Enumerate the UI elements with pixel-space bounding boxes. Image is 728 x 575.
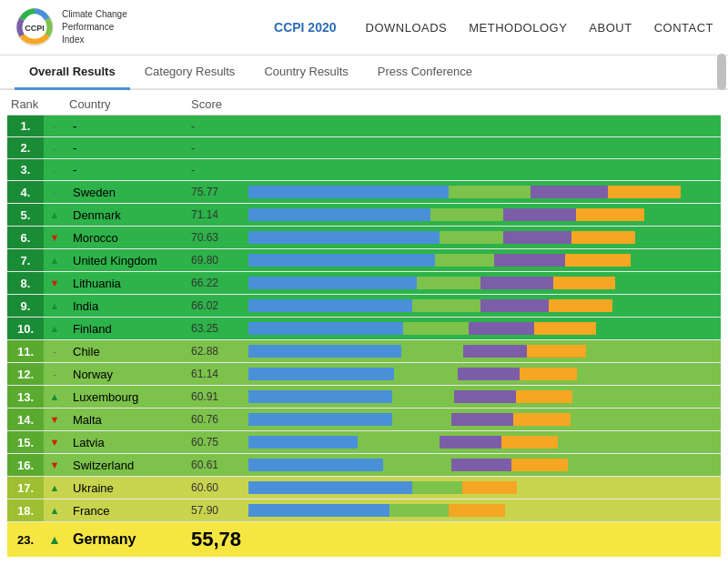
tab-category[interactable]: Category Results <box>130 55 250 90</box>
score-cell: 63.25 <box>184 318 245 340</box>
scrollbar-thumb[interactable] <box>717 54 726 90</box>
country-cell: Denmark <box>66 204 184 227</box>
table-row: 3.--- <box>7 159 721 181</box>
rank-cell: 11. <box>7 340 44 363</box>
country-cell: France <box>66 499 184 522</box>
table-row: 1.--- <box>7 116 721 137</box>
sub-nav: Overall Results Category Results Country… <box>0 55 728 90</box>
score-cell: 69.80 <box>184 249 245 272</box>
bar-cell <box>245 363 721 386</box>
arrow-cell: ▲ <box>44 295 66 318</box>
country-cell: Luxembourg <box>66 386 184 409</box>
country-cell: - <box>66 137 184 159</box>
country-cell: Switzerland <box>66 454 184 477</box>
country-cell: Chile <box>66 340 184 363</box>
bar-cell <box>245 116 721 137</box>
arrow-cell: ▼ <box>44 227 66 249</box>
rank-cell: 8. <box>7 272 44 295</box>
country-cell: Ukraine <box>66 477 184 499</box>
arrow-cell: - <box>44 181 66 204</box>
tab-country[interactable]: Country Results <box>249 55 362 90</box>
arrow-cell: ▼ <box>44 454 66 477</box>
rank-cell: 6. <box>7 227 44 249</box>
arrow-cell: - <box>44 363 66 386</box>
table-row: 15.▼Latvia60.75 <box>7 431 721 454</box>
country-cell: Malta <box>66 409 184 431</box>
nav-about[interactable]: ABOUT <box>589 21 632 35</box>
bar-cell <box>245 454 721 477</box>
table-row: 12.-Norway61.14 <box>7 363 721 386</box>
arrow-cell: - <box>44 159 66 181</box>
score-cell: 57.90 <box>184 499 245 522</box>
arrow-cell: ▲ <box>44 249 66 272</box>
country-cell: Germany <box>66 522 184 558</box>
rank-cell: 1. <box>7 116 44 137</box>
bar-cell <box>245 477 721 499</box>
table-header: Rank Country Score <box>7 90 721 116</box>
tab-press[interactable]: Press Conference <box>363 55 487 90</box>
table-row: 10.▲Finland63.25 <box>7 318 721 340</box>
arrow-cell: ▼ <box>44 409 66 431</box>
results-table: Rank Country Score 1.---2.---3.---4.-Swe… <box>7 90 721 557</box>
results-table-container: Rank Country Score 1.---2.---3.---4.-Swe… <box>0 90 728 557</box>
top-header: CCPI Climate Change Performance Index CC… <box>0 0 728 55</box>
nav-downloads[interactable]: DOWNLOADS <box>366 21 448 35</box>
arrow-cell: ▲ <box>44 386 66 409</box>
country-cell: - <box>66 116 184 137</box>
score-cell: 60.60 <box>184 477 245 499</box>
col-arrow <box>44 90 66 116</box>
rank-cell: 15. <box>7 431 44 454</box>
bar-cell <box>245 431 721 454</box>
rank-cell: 3. <box>7 159 44 181</box>
rank-cell: 13. <box>7 386 44 409</box>
arrow-cell: - <box>44 116 66 137</box>
score-cell: - <box>184 116 245 137</box>
score-cell: 66.02 <box>184 295 245 318</box>
score-cell: 60.76 <box>184 409 245 431</box>
table-row: 13.▲Luxembourg60.91 <box>7 386 721 409</box>
bar-cell <box>245 318 721 340</box>
arrow-cell: ▲ <box>44 477 66 499</box>
table-row: 14.▼Malta60.76 <box>7 409 721 431</box>
score-cell: 66.22 <box>184 272 245 295</box>
col-rank: Rank <box>7 90 44 116</box>
table-row: 11.-Chile62.88 <box>7 340 721 363</box>
bar-cell <box>245 522 721 558</box>
score-cell: 60.75 <box>184 431 245 454</box>
col-score: Score <box>184 90 245 116</box>
tab-overall[interactable]: Overall Results <box>15 55 130 90</box>
rank-cell: 23. <box>7 522 44 558</box>
table-row: 18.▲France57.90 <box>7 499 721 522</box>
arrow-cell: ▼ <box>44 431 66 454</box>
country-cell: Norway <box>66 363 184 386</box>
rank-cell: 7. <box>7 249 44 272</box>
nav-methodology[interactable]: METHODOLOGY <box>469 21 567 35</box>
score-cell: - <box>184 137 245 159</box>
bar-cell <box>245 272 721 295</box>
arrow-cell: ▲ <box>44 318 66 340</box>
bar-cell <box>245 340 721 363</box>
bar-cell <box>245 137 721 159</box>
table-row: 17.▲Ukraine60.60 <box>7 477 721 499</box>
country-cell: Morocco <box>66 227 184 249</box>
bar-cell <box>245 181 721 204</box>
main-nav: CCPI 2020 DOWNLOADS METHODOLOGY ABOUT CO… <box>274 20 713 35</box>
table-row: 6.▼Morocco70.63 <box>7 227 721 249</box>
bar-cell <box>245 386 721 409</box>
arrow-cell: ▼ <box>44 272 66 295</box>
ccpi-logo: CCPI <box>15 7 55 47</box>
brand-label: CCPI 2020 <box>274 20 336 35</box>
score-cell: 70.63 <box>184 227 245 249</box>
score-cell: 75.77 <box>184 181 245 204</box>
arrow-cell: ▲ <box>44 204 66 227</box>
table-row: 5.▲Denmark71.14 <box>7 204 721 227</box>
country-cell: - <box>66 159 184 181</box>
nav-contact[interactable]: CONTACT <box>654 21 713 35</box>
rank-cell: 9. <box>7 295 44 318</box>
bar-cell <box>245 249 721 272</box>
country-cell: Sweden <box>66 181 184 204</box>
logo-text: Climate Change Performance Index <box>62 8 127 46</box>
country-cell: Finland <box>66 318 184 340</box>
rank-cell: 16. <box>7 454 44 477</box>
score-cell: - <box>184 159 245 181</box>
